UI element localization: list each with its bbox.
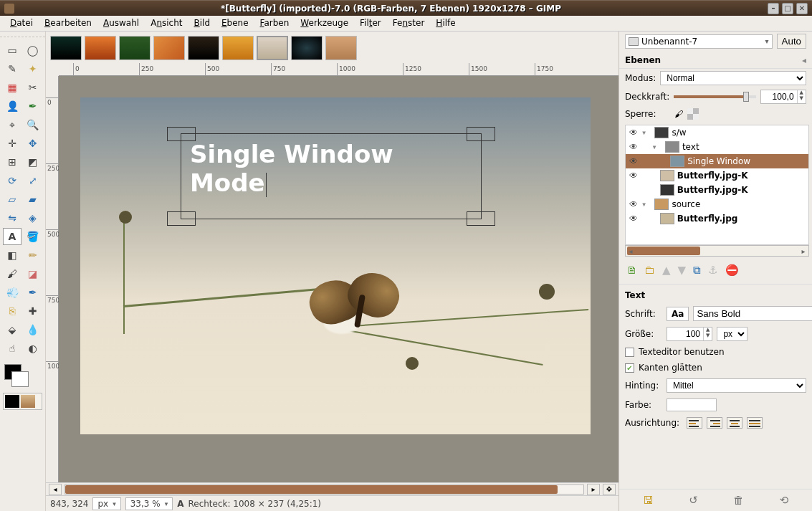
- tool-perspective-clone[interactable]: ⬙: [3, 321, 22, 338]
- navigation-button[interactable]: ✥: [603, 484, 616, 495]
- image-thumb-5[interactable]: [222, 36, 254, 60]
- size-spin[interactable]: ▲▼: [667, 327, 712, 341]
- layer-visibility-icon[interactable]: 👁: [629, 156, 639, 166]
- tool-airbrush[interactable]: 💨: [3, 284, 22, 301]
- font-field[interactable]: [693, 306, 812, 321]
- image-thumb-3[interactable]: [153, 36, 185, 60]
- tool-scissors[interactable]: ✂: [24, 79, 42, 96]
- tool-dodge[interactable]: ◐: [24, 340, 42, 357]
- tool-clone[interactable]: ⎘: [3, 302, 22, 320]
- layer-row-2[interactable]: 👁 Single Window: [626, 154, 808, 168]
- active-brush[interactable]: [5, 395, 19, 408]
- layer-group-icon[interactable]: 🗀: [644, 264, 655, 277]
- opacity-value[interactable]: [761, 90, 797, 103]
- ruler-horizontal[interactable]: 02505007501000125015001750: [59, 63, 618, 76]
- tool-bucket[interactable]: 🪣: [24, 228, 42, 245]
- tool-rotate[interactable]: ⟳: [3, 172, 22, 189]
- menu-fenster[interactable]: Fenster: [387, 16, 431, 31]
- size-unit-select[interactable]: px: [717, 327, 747, 341]
- align-right-button[interactable]: [707, 417, 722, 429]
- dock-delete-icon[interactable]: 🗑: [733, 494, 744, 507]
- zoom-select[interactable]: 33,3 %▾: [125, 497, 173, 510]
- align-center-button[interactable]: [727, 417, 742, 429]
- image-thumb-8[interactable]: [325, 36, 357, 60]
- tool-align[interactable]: ⊞: [3, 153, 22, 171]
- tool-foreground[interactable]: 👤: [3, 97, 22, 115]
- opacity-spin[interactable]: ▲▼: [760, 90, 806, 104]
- layer-up-icon[interactable]: ▲: [662, 264, 671, 277]
- tool-pencil[interactable]: ✏: [24, 247, 42, 264]
- tool-color-picker[interactable]: ⌖: [3, 116, 22, 133]
- use-editor-checkbox[interactable]: Texteditor benutzen: [625, 347, 725, 357]
- tool-paintbrush[interactable]: 🖌: [3, 265, 22, 282]
- layer-visibility-icon[interactable]: 👁: [629, 142, 639, 152]
- brush-pattern-gradient[interactable]: [3, 393, 42, 410]
- text-handle-br[interactable]: [467, 211, 495, 226]
- menu-filter[interactable]: Filter: [354, 16, 387, 31]
- layer-row-5[interactable]: 👁▾ source: [626, 197, 808, 211]
- horizontal-scrollbar[interactable]: ◂ ▸ ✥: [46, 482, 618, 495]
- size-value[interactable]: [667, 328, 703, 340]
- image-thumb-6[interactable]: [257, 36, 288, 60]
- layer-delete-icon[interactable]: ⛔: [725, 264, 739, 277]
- tool-color-select[interactable]: ▦: [3, 79, 22, 96]
- layer-visibility-icon[interactable]: 👁: [629, 199, 639, 209]
- dock-reset-icon[interactable]: ⟲: [780, 494, 789, 507]
- layer-visibility-icon[interactable]: 👁: [629, 128, 639, 138]
- unit-select[interactable]: px▾: [92, 497, 120, 510]
- lock-pixels-icon[interactable]: 🖌: [674, 109, 683, 119]
- menu-hilfe[interactable]: Hilfe: [430, 16, 461, 31]
- tool-blur[interactable]: 💧: [24, 321, 42, 338]
- tool-flip[interactable]: ⇋: [3, 209, 22, 226]
- tool-scale[interactable]: ⤢: [24, 172, 42, 189]
- auto-button[interactable]: Auto: [777, 34, 806, 49]
- menu-werkzeuge[interactable]: Werkzeuge: [295, 16, 354, 31]
- canvas-area[interactable]: Single Window Mode: [59, 76, 618, 482]
- menu-ebene[interactable]: Ebene: [216, 16, 254, 31]
- toolbox-handle[interactable]: [0, 32, 45, 37]
- close-button[interactable]: ✕: [796, 3, 808, 14]
- menu-bearbeiten[interactable]: Bearbeiten: [39, 16, 97, 31]
- menu-bild[interactable]: Bild: [188, 16, 216, 31]
- layer-visibility-icon[interactable]: 👁: [629, 214, 639, 224]
- ruler-vertical[interactable]: 02505007501000: [46, 76, 59, 482]
- lock-alpha-icon[interactable]: [687, 108, 699, 120]
- antialias-checkbox[interactable]: ✔Kanten glätten: [625, 363, 702, 373]
- menu-farben[interactable]: Farben: [254, 16, 295, 31]
- tool-ellipse-select[interactable]: ◯: [24, 42, 42, 59]
- tool-fuzzy-select[interactable]: ✦: [24, 60, 42, 77]
- hinting-select[interactable]: Mittel: [667, 378, 806, 393]
- layers-list[interactable]: 👁▾ s/w👁 ▾ text👁 Single Window👁 Butterfly…: [625, 125, 809, 245]
- menu-datei[interactable]: Datei: [4, 16, 39, 31]
- tool-paths[interactable]: ✒: [24, 97, 42, 115]
- image-thumb-7[interactable]: [291, 36, 323, 60]
- image-thumb-2[interactable]: [119, 36, 151, 60]
- align-left-button[interactable]: [687, 417, 702, 429]
- layer-down-icon[interactable]: ▼: [678, 264, 687, 277]
- tool-eraser[interactable]: ◪: [24, 265, 42, 282]
- color-swatch[interactable]: [667, 398, 717, 411]
- layer-visibility-icon[interactable]: 👁: [629, 171, 639, 181]
- tool-smudge[interactable]: ☝: [3, 340, 22, 357]
- opacity-slider[interactable]: [674, 95, 755, 98]
- layers-hscroll[interactable]: ◂▸: [625, 245, 809, 257]
- image-selector[interactable]: Unbenannt-7 ▾: [625, 34, 773, 49]
- active-pattern[interactable]: [21, 395, 35, 408]
- panel-menu-icon[interactable]: ◂: [802, 55, 806, 65]
- mode-select[interactable]: Normal: [660, 71, 806, 85]
- tool-zoom[interactable]: 🔍: [24, 116, 42, 133]
- tool-blend[interactable]: ◧: [3, 247, 22, 264]
- tool-free-select[interactable]: ✎: [3, 60, 22, 77]
- app-menu-icon[interactable]: [4, 4, 14, 14]
- image-thumb-4[interactable]: [188, 36, 219, 60]
- tool-heal[interactable]: ✚: [24, 302, 42, 320]
- tool-ink[interactable]: ✒: [24, 284, 42, 301]
- tool-shear[interactable]: ▱: [3, 191, 22, 208]
- scroll-thumb[interactable]: [65, 485, 558, 494]
- tool-cage[interactable]: ◈: [24, 209, 42, 226]
- tool-measure[interactable]: ✛: [3, 135, 22, 152]
- image-thumb-0[interactable]: [50, 36, 82, 60]
- layer-row-3[interactable]: 👁 Butterfly.jpg-K: [626, 168, 808, 183]
- layer-anchor-icon[interactable]: ⚓: [708, 264, 717, 277]
- text-handle-bl[interactable]: [167, 211, 196, 226]
